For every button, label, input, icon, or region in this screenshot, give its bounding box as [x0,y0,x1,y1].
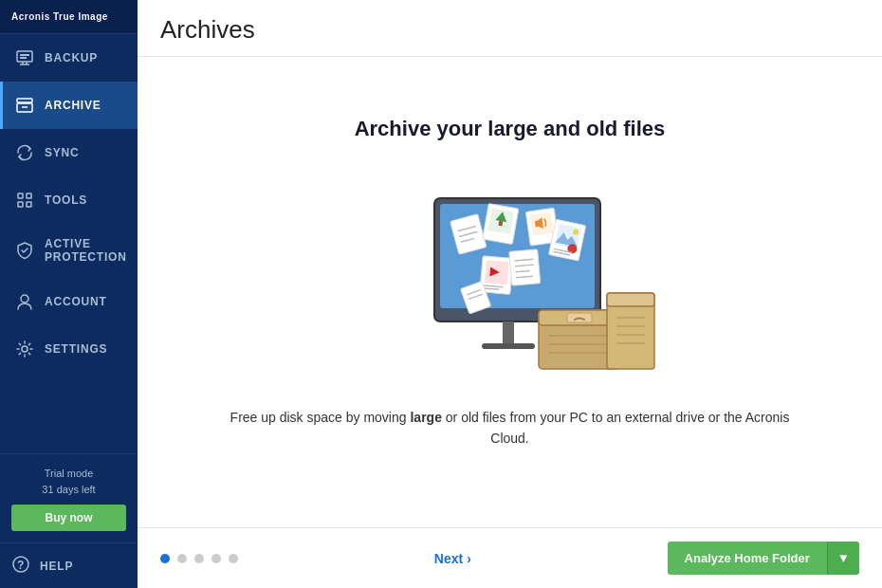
dot-5 [229,554,238,563]
svg-rect-28 [498,220,503,226]
trial-days-label: 31 days left [11,482,126,498]
sidebar-item-sync[interactable]: Sync [0,129,138,176]
svg-rect-59 [607,293,654,306]
archive-illustration [358,170,662,378]
sidebar-item-settings-label: Settings [45,342,107,356]
chevron-down-icon: ▼ [837,551,850,565]
account-icon [14,291,35,312]
dot-1 [160,554,170,563]
dot-3 [194,554,204,563]
svg-point-13 [21,295,28,303]
svg-text:?: ? [17,559,25,572]
description-text: Free up disk space by moving large or ol… [216,407,804,450]
main-content: Archives Archive your large and old file… [138,0,882,588]
tools-icon [14,190,35,211]
sidebar-item-archive[interactable]: Archive [0,82,138,129]
main-footer: Next › Analyze Home Folder ▼ [138,527,882,588]
svg-rect-2 [20,57,27,59]
sidebar: Acronis True Image Backup Archive [0,0,138,588]
trial-mode-label: Trial mode [11,466,126,482]
buy-now-button[interactable]: Buy now [11,505,126,531]
sidebar-help-label: Help [40,560,73,573]
logo-text: Acronis True Image [11,11,108,22]
sidebar-item-tools-label: Tools [45,193,87,207]
sidebar-item-sync-label: Sync [45,146,80,159]
svg-rect-1 [20,54,29,56]
svg-rect-20 [482,343,535,349]
pagination-dots [160,554,238,563]
sidebar-item-account-label: Account [45,295,107,308]
sidebar-trial-section: Trial mode 31 days left Buy now [0,453,138,542]
sync-icon [14,142,35,163]
settings-icon [14,339,35,359]
svg-rect-0 [17,51,32,62]
svg-rect-37 [508,248,540,285]
sidebar-item-help[interactable]: ? Help [0,542,138,588]
sidebar-item-settings[interactable]: Settings [0,325,138,373]
archive-icon [14,95,35,116]
trial-info: Trial mode 31 days left [11,466,126,497]
archive-heading: Archive your large and old files [355,117,666,141]
svg-rect-12 [27,202,31,207]
sidebar-item-account[interactable]: Account [0,278,138,325]
svg-rect-10 [27,193,31,198]
sidebar-item-archive-label: Archive [45,99,101,112]
help-icon: ? [11,555,30,577]
svg-rect-11 [18,202,23,207]
sidebar-item-backup-label: Backup [45,51,98,64]
next-chevron-icon: › [467,551,471,566]
svg-point-14 [22,346,28,352]
protection-icon [14,240,35,261]
main-body: Archive your large and old files [138,57,882,527]
sidebar-item-protection-label: Active Protection [45,237,127,265]
dot-2 [177,554,187,563]
next-button[interactable]: Next › [434,551,471,566]
main-header: Archives [138,0,882,57]
sidebar-logo: Acronis True Image [0,0,138,34]
svg-rect-19 [503,322,514,344]
sidebar-item-backup[interactable]: Backup [0,34,138,82]
analyze-button-group: Analyze Home Folder ▼ [668,542,859,575]
dot-4 [211,554,221,563]
next-label: Next [434,551,463,566]
svg-rect-9 [18,193,23,198]
analyze-home-folder-button[interactable]: Analyze Home Folder [668,542,827,575]
svg-rect-6 [17,99,32,102]
analyze-dropdown-button[interactable]: ▼ [827,542,859,575]
sidebar-item-active-protection[interactable]: Active Protection [0,224,138,278]
backup-icon [14,47,35,68]
sidebar-item-tools[interactable]: Tools [0,176,138,224]
page-title: Archives [160,15,859,45]
